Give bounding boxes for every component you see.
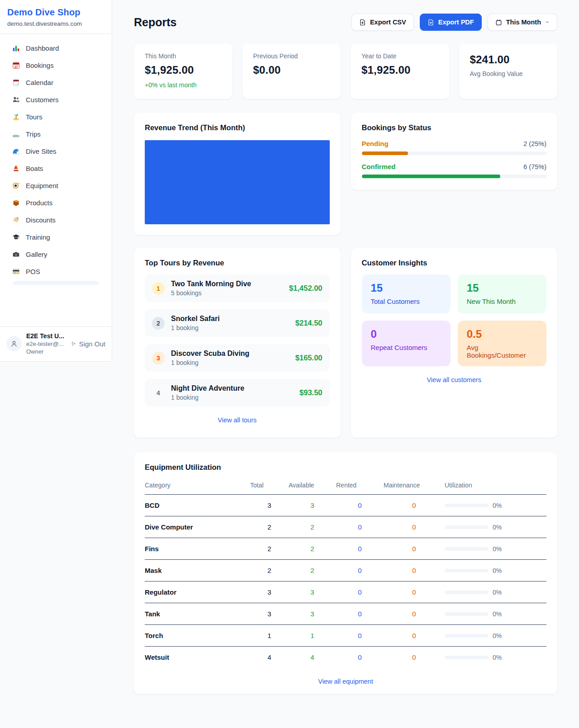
sailboat-icon — [12, 164, 20, 172]
user-panel: E2E Test U... e2e-tester@... Owner Sign … — [0, 326, 112, 361]
sidebar-item-pos[interactable]: POS — [6, 263, 105, 280]
tile-label: Repeat Customers — [371, 344, 441, 351]
tour-revenue: $165.00 — [295, 354, 323, 362]
sidebar-item-training[interactable]: Training — [6, 228, 105, 246]
sidebar-item-label: Tours — [26, 113, 43, 121]
tour-info: Discover Scuba Diving 1 booking — [171, 350, 290, 366]
export-csv-button[interactable]: Export CSV — [351, 14, 414, 31]
column-header-available: Available — [289, 478, 336, 495]
sidebar-item-trips[interactable]: Trips — [6, 125, 105, 142]
tour-revenue: $214.50 — [295, 319, 323, 327]
sidebar-item-bookings[interactable]: 17 Bookings — [6, 57, 105, 74]
rank-badge: 4 — [152, 387, 165, 399]
tile-label: New This Month — [467, 298, 537, 305]
sign-out-button[interactable]: Sign Out — [71, 340, 105, 348]
sidebar-item-reports-partial[interactable] — [13, 281, 99, 285]
tour-info: Snorkel Safari 1 booking — [171, 315, 290, 331]
revenue-trend-title: Revenue Trend (This Month) — [145, 123, 330, 132]
utilization-cell: 0% — [445, 632, 546, 639]
equipment-header-row: Category Total Available Rented Maintena… — [145, 478, 546, 495]
table-row: Mask 2 2 0 0 0% — [145, 560, 546, 581]
brand-name: Demo Dive Shop — [7, 7, 104, 18]
sidebar-item-boats[interactable]: Boats — [6, 160, 105, 177]
user-role: Owner — [26, 348, 67, 355]
user-name: E2E Test U... — [26, 332, 67, 340]
stat-label: Year to Date — [361, 52, 438, 60]
table-row: Tank 3 3 0 0 0% — [145, 603, 546, 625]
sidebar-item-products[interactable]: Products — [6, 194, 105, 211]
export-pdf-button[interactable]: Export PDF — [420, 14, 482, 31]
status-count-confirmed: 6 (75%) — [523, 163, 546, 170]
tour-name: Snorkel Safari — [171, 315, 290, 323]
sidebar-item-customers[interactable]: Customers — [6, 91, 105, 108]
status-bar-pending — [362, 151, 547, 155]
view-all-tours-link[interactable]: View all tours — [145, 416, 330, 424]
sidebar-item-label: Training — [26, 233, 50, 241]
tour-revenue: $93.50 — [299, 388, 322, 397]
insight-tile-avg-bookings: 0.5 Avg Bookings/Customer — [458, 321, 546, 366]
tag-icon — [12, 216, 20, 224]
stat-value: $1,925.00 — [145, 64, 222, 76]
insight-tiles: 15 Total Customers 15 New This Month 0 R… — [362, 274, 547, 366]
sidebar-item-label: Dashboard — [26, 44, 59, 52]
utilization-cell: 0% — [445, 589, 546, 596]
stat-card-avg-booking-value: $241.00 Avg Booking Value — [459, 43, 558, 99]
utilization-bar — [445, 612, 488, 616]
rank-badge: 2 — [152, 317, 165, 330]
sidebar-item-dive-sites[interactable]: Dive Sites — [6, 142, 105, 160]
column-header-total: Total — [250, 478, 289, 495]
bookings-by-status-title: Bookings by Status — [362, 123, 547, 132]
sidebar-item-label: Customers — [26, 96, 59, 104]
column-header-utilization: Utilization — [445, 478, 546, 495]
view-all-customers-link[interactable]: View all customers — [362, 376, 547, 383]
sidebar-item-equipment[interactable]: Equipment — [6, 177, 105, 194]
tile-value: 0 — [371, 328, 441, 340]
sidebar-item-tours[interactable]: Tours — [6, 108, 105, 125]
view-all-equipment-link[interactable]: View all equipment — [145, 678, 546, 685]
period-dropdown[interactable]: This Month — [488, 14, 557, 31]
mid-row: Top Tours by Revenue 1 Two Tank Morning … — [134, 248, 557, 438]
customer-insights-title: Customer Insights — [362, 259, 547, 267]
stat-label: Previous Period — [253, 52, 330, 60]
people-icon — [12, 95, 20, 104]
tour-name: Two Tank Morning Dive — [171, 280, 284, 288]
stat-value: $1,925.00 — [361, 64, 438, 76]
export-csv-label: Export CSV — [370, 19, 406, 26]
svg-text:17: 17 — [14, 65, 18, 68]
charts-row: Revenue Trend (This Month) Bookings by S… — [134, 113, 557, 235]
status-count-pending: 2 (25%) — [523, 140, 546, 147]
utilization-cell: 0% — [445, 654, 546, 661]
speedboat-icon — [12, 130, 20, 138]
table-row: Fins 2 2 0 0 0% — [145, 538, 546, 560]
table-row: Torch 1 1 0 0 0% — [145, 625, 546, 647]
sidebar-item-calendar[interactable]: Calendar — [6, 74, 105, 91]
user-email: e2e-tester@... — [26, 340, 67, 347]
header-actions: Export CSV Export PDF This Month — [351, 14, 557, 31]
sidebar-item-label: POS — [26, 268, 40, 275]
status-bar-confirmed — [362, 175, 547, 178]
tile-value: 0.5 — [467, 328, 537, 340]
tour-info: Two Tank Morning Dive 5 bookings — [171, 280, 284, 297]
sidebar-item-gallery[interactable]: Gallery — [6, 246, 105, 263]
utilization-cell: 0% — [445, 610, 546, 618]
bookings-by-status-card: Bookings by Status Pending 2 (25%) Confi… — [351, 113, 558, 190]
sidebar-nav: Dashboard 17 Bookings Calendar Customers… — [0, 34, 112, 326]
sidebar-item-dashboard[interactable]: Dashboard — [6, 39, 105, 57]
customer-insights-card: Customer Insights 15 Total Customers 15 … — [351, 248, 558, 438]
stat-value: $241.00 — [470, 53, 547, 66]
tour-name: Night Dive Adventure — [171, 384, 294, 392]
package-icon — [12, 199, 20, 207]
utilization-bar — [445, 569, 488, 572]
tour-list-item: 3 Discover Scuba Diving 1 booking $165.0… — [145, 344, 330, 372]
sidebar-item-label: Products — [26, 199, 52, 207]
tour-revenue: $1,452.00 — [289, 284, 322, 293]
bar-chart-icon — [12, 44, 20, 52]
table-row: Regulator 3 3 0 0 0% — [145, 581, 546, 603]
equipment-table: Category Total Available Rented Maintena… — [145, 478, 546, 668]
sidebar-item-discounts[interactable]: Discounts — [6, 211, 105, 228]
brand-block: Demo Dive Shop demo.test.divestreams.com — [0, 0, 112, 34]
utilization-bar — [445, 547, 488, 551]
sign-out-label: Sign Out — [79, 340, 105, 348]
chevron-down-icon — [545, 20, 550, 24]
tour-info: Night Dive Adventure 1 booking — [171, 384, 294, 401]
